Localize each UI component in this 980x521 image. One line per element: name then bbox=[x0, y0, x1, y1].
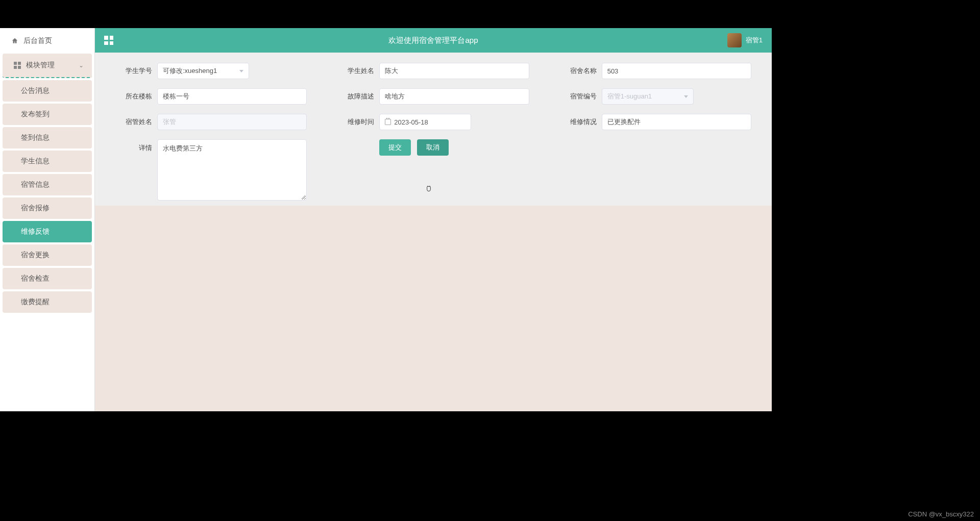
field-fault-desc: 故障描述 啥地方 bbox=[337, 88, 529, 105]
field-manager-no: 宿管编号 宿管1-suguan1 bbox=[560, 88, 751, 105]
input-repair-time[interactable]: 2023-05-18 bbox=[379, 114, 471, 130]
label-fault-desc: 故障描述 bbox=[337, 92, 374, 101]
content-background bbox=[95, 206, 772, 411]
sidebar-item-dorm-repair[interactable]: 宿舍报修 bbox=[3, 197, 92, 219]
page-title: 欢迎使用宿舍管理平台app bbox=[388, 36, 478, 45]
textarea-detail[interactable]: 水电费第三方 bbox=[157, 139, 307, 201]
sidebar-item-announcement[interactable]: 公告消息 bbox=[3, 80, 92, 102]
sidebar-group-label: 模块管理 bbox=[26, 61, 55, 70]
input-dorm-name[interactable]: 503 bbox=[602, 63, 751, 79]
cancel-button[interactable]: 取消 bbox=[417, 139, 449, 156]
calendar-icon bbox=[385, 119, 391, 125]
topbar: 欢迎使用宿舍管理平台app 宿管1 bbox=[95, 28, 772, 53]
field-repair-time: 维修时间 2023-05-18 bbox=[337, 114, 529, 130]
input-fault-desc[interactable]: 啥地方 bbox=[379, 88, 529, 105]
chevron-down-icon: ⌄ bbox=[79, 62, 84, 69]
sidebar-home-label: 后台首页 bbox=[23, 36, 52, 45]
sidebar-item-publish-signin[interactable]: 发布签到 bbox=[3, 104, 92, 125]
sidebar: 后台首页 模块管理 ⌄ 公告消息 发布签到 签到信息 学生信息 宿管信息 宿舍报… bbox=[0, 28, 95, 411]
field-student-id: 学生学号 可修改:xuesheng1 bbox=[115, 63, 307, 79]
sidebar-item-manager-info[interactable]: 宿管信息 bbox=[3, 174, 92, 195]
sidebar-item-student-info[interactable]: 学生信息 bbox=[3, 151, 92, 172]
label-manager-name: 宿管姓名 bbox=[115, 117, 152, 127]
input-repair-status[interactable]: 已更换配件 bbox=[602, 114, 751, 130]
field-dorm-name: 宿舍名称 503 bbox=[560, 63, 751, 79]
home-icon bbox=[11, 37, 18, 44]
input-student-name[interactable]: 陈大 bbox=[379, 63, 529, 79]
label-building: 所在楼栋 bbox=[115, 92, 152, 101]
watermark: CSDN @vx_bscxy322 bbox=[908, 510, 974, 518]
sidebar-group-modules[interactable]: 模块管理 ⌄ bbox=[3, 54, 92, 78]
sidebar-item-signin-info[interactable]: 签到信息 bbox=[3, 127, 92, 148]
grid-icon bbox=[14, 62, 21, 69]
submit-button[interactable]: 提交 bbox=[379, 139, 411, 156]
form-panel: 学生学号 可修改:xuesheng1 学生姓名 陈大 宿舍名称 503 所在楼栋… bbox=[95, 53, 772, 206]
avatar bbox=[727, 33, 742, 47]
field-building: 所在楼栋 楼栋一号 bbox=[115, 88, 307, 105]
sidebar-item-dorm-check[interactable]: 宿舍检查 bbox=[3, 268, 92, 289]
input-manager-name[interactable]: 张管 bbox=[157, 114, 307, 130]
sidebar-home[interactable]: 后台首页 bbox=[0, 28, 94, 54]
label-dorm-name: 宿舍名称 bbox=[560, 66, 597, 76]
sidebar-item-repair-feedback[interactable]: 维修反馈 bbox=[3, 221, 92, 242]
button-row: 提交 取消 bbox=[337, 139, 529, 201]
field-student-name: 学生姓名 陈大 bbox=[337, 63, 529, 79]
username: 宿管1 bbox=[746, 36, 763, 45]
sidebar-item-fee-reminder[interactable]: 缴费提醒 bbox=[3, 291, 92, 313]
select-student-id[interactable]: 可修改:xuesheng1 bbox=[157, 63, 249, 79]
label-student-name: 学生姓名 bbox=[337, 66, 374, 76]
sidebar-item-list: 公告消息 发布签到 签到信息 学生信息 宿管信息 宿舍报修 维修反馈 宿舍更换 … bbox=[0, 80, 94, 313]
field-detail: 详情 水电费第三方 bbox=[115, 139, 307, 201]
label-student-id: 学生学号 bbox=[115, 66, 152, 76]
label-manager-no: 宿管编号 bbox=[560, 92, 597, 101]
sidebar-item-dorm-change[interactable]: 宿舍更换 bbox=[3, 244, 92, 266]
menu-toggle-icon[interactable] bbox=[104, 36, 113, 45]
user-area[interactable]: 宿管1 bbox=[727, 33, 763, 47]
field-manager-name: 宿管姓名 张管 bbox=[115, 114, 307, 130]
select-manager-no[interactable]: 宿管1-suguan1 bbox=[602, 88, 694, 105]
field-repair-status: 维修情况 已更换配件 bbox=[560, 114, 751, 130]
label-repair-time: 维修时间 bbox=[337, 117, 374, 127]
label-repair-status: 维修情况 bbox=[560, 117, 597, 127]
label-detail: 详情 bbox=[115, 139, 152, 153]
main: 欢迎使用宿舍管理平台app 宿管1 学生学号 可修改:xuesheng1 学生姓… bbox=[95, 28, 772, 411]
app-container: 后台首页 模块管理 ⌄ 公告消息 发布签到 签到信息 学生信息 宿管信息 宿舍报… bbox=[0, 28, 772, 411]
input-building[interactable]: 楼栋一号 bbox=[157, 88, 307, 105]
